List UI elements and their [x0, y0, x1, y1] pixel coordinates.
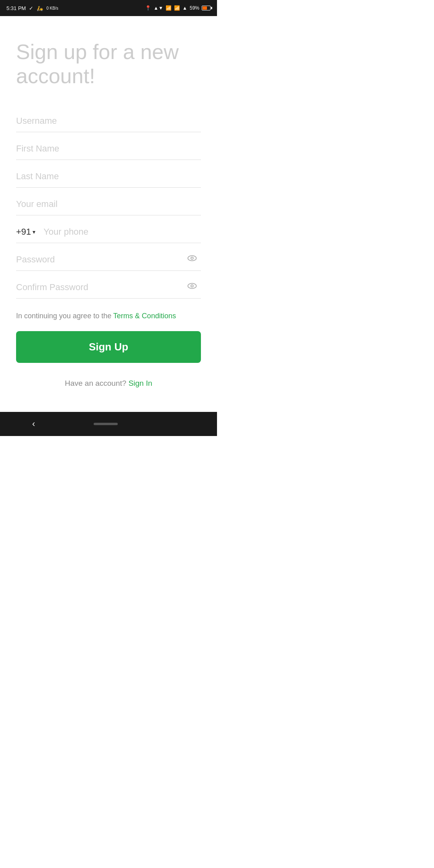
chevron-down-icon: ▾ [33, 229, 35, 235]
lastname-group [16, 164, 201, 188]
battery-icon [202, 6, 211, 10]
username-input[interactable] [16, 108, 201, 132]
terms-link[interactable]: Terms & Conditions [113, 312, 176, 320]
scooter-icon: 🛵 [37, 5, 43, 11]
location-icon: 📍 [145, 5, 151, 11]
email-group [16, 192, 201, 215]
back-button[interactable]: ‹ [32, 419, 35, 429]
country-code-selector[interactable]: +91 ▾ [16, 219, 40, 243]
eye-icon [186, 253, 198, 264]
bottom-nav-bar: ‹ [0, 412, 217, 436]
battery-text: 59% [190, 5, 199, 11]
confirm-password-input[interactable] [16, 275, 201, 299]
country-code-text: +91 [16, 227, 31, 237]
signin-prefix: Have an account? [65, 379, 128, 387]
data-speed: 0 KB/s [46, 6, 58, 10]
wifi-icon: ▲▼ [154, 5, 163, 11]
phone-input[interactable] [40, 219, 201, 243]
signal-bars: ▲ [182, 5, 187, 11]
check-icon: ✓ [29, 5, 33, 11]
main-content: Sign up for a new account! +91 ▾ [0, 16, 217, 412]
signup-form: +91 ▾ [16, 108, 201, 396]
time: 5:31 PM [6, 5, 26, 11]
firstname-input[interactable] [16, 136, 201, 160]
eye-icon-confirm [186, 280, 198, 292]
lastname-input[interactable] [16, 164, 201, 188]
terms-prefix: In continuing you agree to the [16, 312, 113, 320]
signal-icon: 📶 [166, 5, 172, 11]
status-bar: 5:31 PM ✓ 🛵 0 KB/s 📍 ▲▼ 📶 📶 ▲ 59% [0, 0, 217, 16]
password-input[interactable] [16, 247, 201, 271]
svg-point-3 [191, 285, 193, 287]
signup-button[interactable]: Sign Up [16, 331, 201, 363]
svg-point-1 [191, 257, 193, 260]
password-visibility-toggle[interactable] [183, 250, 201, 268]
home-indicator [94, 423, 118, 425]
confirm-password-group [16, 275, 201, 299]
status-left: 5:31 PM ✓ 🛵 0 KB/s [6, 5, 58, 11]
signin-link[interactable]: Sign In [129, 379, 152, 387]
phone-group: +91 ▾ [16, 219, 201, 243]
signin-row: Have an account? Sign In [16, 379, 201, 388]
confirm-password-visibility-toggle[interactable] [183, 277, 201, 296]
terms-text: In continuing you agree to the Terms & C… [16, 311, 201, 321]
firstname-group [16, 136, 201, 160]
email-input[interactable] [16, 192, 201, 215]
svg-point-2 [188, 283, 197, 289]
username-group [16, 108, 201, 132]
page-title: Sign up for a new account! [16, 40, 201, 88]
signal-icon-2: 📶 [174, 5, 180, 11]
password-group [16, 247, 201, 271]
svg-point-0 [188, 256, 197, 261]
status-right: 📍 ▲▼ 📶 📶 ▲ 59% [145, 5, 211, 11]
